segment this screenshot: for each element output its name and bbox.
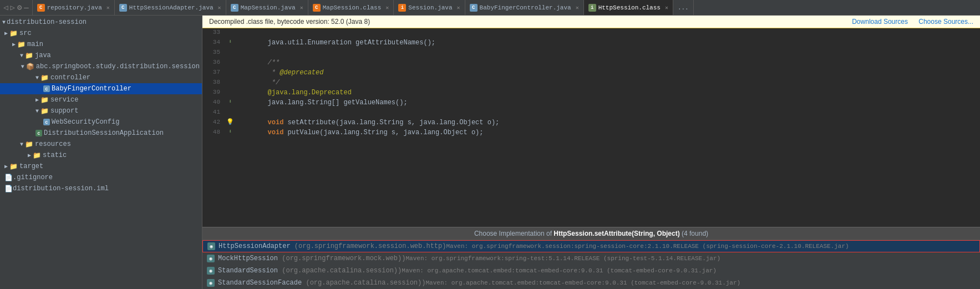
folder-arrow-icon: ▶ xyxy=(12,41,16,48)
line-content: void setAttribute(java.lang.String s, ja… xyxy=(236,118,980,127)
sidebar-item-babyfingercontroller[interactable]: CBabyFingerController xyxy=(0,83,202,94)
line-number: 33 xyxy=(202,28,225,36)
sidebar-label: controller xyxy=(50,74,90,82)
tab-close-mapsession-class[interactable]: ✕ xyxy=(385,4,389,11)
line-number: 39 xyxy=(202,88,225,95)
autocomplete-item-1[interactable]: ◉ MockHttpSession (org.springframework.m… xyxy=(202,252,980,265)
ac-pkg: (org.apache.catalina.session)) xyxy=(282,267,402,275)
sidebar-label: service xyxy=(50,96,78,104)
sidebar-item-service[interactable]: ▶📁service xyxy=(0,94,202,105)
sidebar-label: support xyxy=(50,107,78,115)
tab-close-httpsession-class[interactable]: ✕ xyxy=(665,4,668,11)
code-line-34: 34 ⬇ java.util.Enumeration getAttributeN… xyxy=(202,38,980,48)
tab-repository[interactable]: Crepository.java✕ xyxy=(33,0,115,15)
tab-icon-repository: C xyxy=(37,4,45,12)
sidebar-item-controller[interactable]: ▼📁controller xyxy=(0,72,202,83)
info-bar-message: Decompiled .class file, bytecode version… xyxy=(209,18,370,26)
nav-forward-icon[interactable]: ▷ xyxy=(10,3,14,12)
tab-label-httpsession-class: HttpSession.class xyxy=(598,4,661,11)
sidebar-item-static[interactable]: ▶📁static xyxy=(0,150,202,161)
folder-arrow-icon: ▶ xyxy=(4,163,8,170)
autocomplete-item-0[interactable]: ◉ HttpSessionAdapter (org.springframewor… xyxy=(202,240,980,252)
tab-session-java[interactable]: iSession.java✕ xyxy=(394,0,465,15)
sidebar-item-distribution-session-iml[interactable]: 📄distribution-session.iml xyxy=(0,183,202,194)
tab-httpsession-class[interactable]: iHttpSession.class✕ xyxy=(584,0,673,15)
ac-classname: StandardSession xyxy=(218,267,278,275)
sidebar-label: target xyxy=(19,163,43,170)
line-number: 35 xyxy=(202,48,225,55)
info-bar-links: Download Sources Choose Sources... xyxy=(843,18,973,26)
line-gutter: 💡 xyxy=(225,118,236,125)
folder-icon: 📁 xyxy=(17,40,26,49)
tab-httpsessionadapter[interactable]: CHttpSessionAdapter.java✕ xyxy=(115,0,226,15)
code-line-37: 37 * @deprecated xyxy=(202,68,980,78)
tab-label-session-java: Session.java xyxy=(408,4,452,11)
file-icon: 📄 xyxy=(4,174,13,182)
sidebar-label: WebSecurityConfig xyxy=(52,118,119,126)
ac-maven: Maven: org.springframework:spring-test:5… xyxy=(405,255,976,262)
code-line-bottom: 48 ⬇ void putValue(java.lang.String s, j… xyxy=(202,128,980,138)
tab-close-babyfinger[interactable]: ✕ xyxy=(576,4,579,11)
sidebar-item--gitignore[interactable]: 📄.gitignore xyxy=(0,172,202,183)
tab-close-httpsessionadapter[interactable]: ✕ xyxy=(218,4,221,11)
code-area: 33 34 ⬇ java.util.Enumeration getAttribu… xyxy=(202,28,980,289)
choose-sources-link[interactable]: Choose Sources... xyxy=(918,18,973,26)
minimize-icon[interactable]: — xyxy=(24,3,28,12)
tab-bar: ◁ ▷ ⚙ — Crepository.java✕CHttpSessionAda… xyxy=(0,0,980,16)
line-number: 48 xyxy=(202,128,225,135)
tab-mapsession-java[interactable]: CMapSession.java✕ xyxy=(226,0,308,15)
sidebar-item-support[interactable]: ▼📁support xyxy=(0,105,202,116)
autocomplete-item-2[interactable]: ◉ StandardSession (org.apache.catalina.s… xyxy=(202,265,980,277)
editor-area: Decompiled .class file, bytecode version… xyxy=(202,16,980,289)
folder-icon: 📁 xyxy=(40,74,49,82)
sidebar-item-resources[interactable]: ▼📁resources xyxy=(0,139,202,150)
line-content: /** xyxy=(236,58,980,67)
line-number: 37 xyxy=(202,68,225,75)
autocomplete-item-3[interactable]: ◉ StandardSessionFacade (org.apache.cata… xyxy=(202,277,980,289)
tab-label-babyfinger: BabyFingerController.java xyxy=(480,4,571,11)
line-content xyxy=(236,108,980,109)
ac-item-name: StandardSession (org.apache.catalina.ses… xyxy=(218,267,402,275)
ac-pkg: (org.springframework.session.web.http) xyxy=(294,242,446,250)
sidebar-item-src[interactable]: ▶📁src xyxy=(0,28,202,39)
code-line-42: 42 💡 void setAttribute(java.lang.String … xyxy=(202,118,980,128)
tab-label-repository: repository.java xyxy=(47,4,102,11)
sidebar-item-target[interactable]: ▶📁target xyxy=(0,161,202,172)
folder-icon: 📁 xyxy=(40,107,49,115)
gutter-arrow: ⬇ xyxy=(229,98,232,105)
sidebar-item-java[interactable]: ▼📁java xyxy=(0,50,202,61)
tab-babyfinger[interactable]: CBabyFingerController.java✕ xyxy=(465,0,584,15)
line-content: @java.lang.Deprecated xyxy=(236,88,980,97)
info-bar: Decompiled .class file, bytecode version… xyxy=(202,16,980,28)
folder-icon: 📁 xyxy=(40,96,49,104)
tab-mapsession-class[interactable]: CMapSession.class✕ xyxy=(308,0,394,15)
line-number: 42 xyxy=(202,118,225,125)
line-content: java.lang.String[] getValueNames(); xyxy=(236,98,980,107)
tab-close-session-java[interactable]: ✕ xyxy=(457,4,460,11)
tab-more[interactable]: ... xyxy=(673,0,694,15)
nav-back-icon[interactable]: ◁ xyxy=(3,3,8,12)
tab-label-mapsession-class: MapSession.class xyxy=(323,4,382,11)
sidebar-label: distribution-session.iml xyxy=(13,185,109,192)
sidebar-item-websecurityconfig[interactable]: CWebSecurityConfig xyxy=(0,116,202,128)
ac-item-name: HttpSessionAdapter (org.springframework.… xyxy=(219,242,446,250)
ac-item-name: MockHttpSession (org.springframework.moc… xyxy=(218,255,405,262)
sidebar-label: abc.springboot.study.distribution.sessio… xyxy=(36,63,200,70)
tab-close-mapsession-java[interactable]: ✕ xyxy=(300,4,303,11)
autocomplete-list[interactable]: ◉ HttpSessionAdapter (org.springframewor… xyxy=(202,240,980,289)
ac-item-name: StandardSessionFacade (org.apache.catali… xyxy=(218,279,425,287)
line-number: 41 xyxy=(202,108,225,115)
sidebar-root[interactable]: ▼ distribution-session xyxy=(0,17,202,28)
tabs-container: Crepository.java✕CHttpSessionAdapter.jav… xyxy=(33,0,980,15)
pkg-arrow-icon: ▼ xyxy=(21,64,24,70)
ac-classname: StandardSessionFacade xyxy=(218,279,302,287)
sidebar-label: DistributionSessionApplication xyxy=(44,129,164,137)
download-sources-link[interactable]: Download Sources xyxy=(852,18,908,26)
settings-icon[interactable]: ⚙ xyxy=(17,3,22,12)
sidebar-item-abc-springboot-study-distribution-session[interactable]: ▼📦abc.springboot.study.distribution.sess… xyxy=(0,61,202,72)
sidebar-item-main[interactable]: ▶📁main xyxy=(0,39,202,50)
line-gutter: ⬇ xyxy=(225,128,236,135)
tab-close-repository[interactable]: ✕ xyxy=(106,4,110,11)
sidebar-item-distributionsessionapplication[interactable]: CDistributionSessionApplication xyxy=(0,128,202,139)
main-layout: ▼ distribution-session ▶📁src▶📁main▼📁java… xyxy=(0,16,980,289)
